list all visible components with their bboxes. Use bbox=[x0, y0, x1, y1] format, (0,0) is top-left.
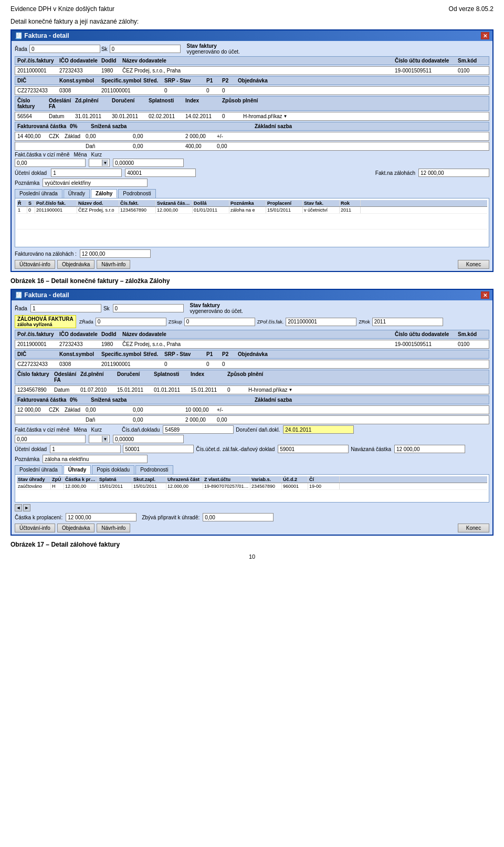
cis-dan-input[interactable] bbox=[163, 425, 234, 434]
mena-label-1: Měna bbox=[74, 152, 87, 158]
stav-value-2: vygenerováno do účet. bbox=[190, 308, 243, 314]
tab-content-zalohy-1: Ř S Poř.číslo fak. Název dod. Čís.fakt. … bbox=[15, 198, 489, 247]
th-castka-propl: Částka k propl. bbox=[64, 476, 98, 483]
ucetni-val-1[interactable] bbox=[125, 169, 196, 177]
ucetni-val-2[interactable] bbox=[123, 445, 194, 453]
td-s: 0 bbox=[27, 207, 35, 213]
ucetni-no-2[interactable] bbox=[50, 445, 121, 453]
tab-content-uhrady-2: Stav úhrady ZpÚ Částka k propl. Splatná … bbox=[15, 474, 489, 503]
cizi-input-1[interactable] bbox=[15, 159, 86, 167]
val-czk-2: CZK bbox=[49, 407, 65, 413]
btn-navrh-2[interactable]: Návrh-info bbox=[97, 524, 130, 532]
col-dic-2: DIČ bbox=[17, 351, 59, 357]
val-p1-2: 0 bbox=[206, 361, 222, 367]
combo-arrow-2[interactable]: ▼ bbox=[102, 436, 108, 442]
kurz-input-1[interactable] bbox=[113, 159, 184, 167]
td-nazevdod: ČEZ Prodej, s.r.o bbox=[77, 207, 119, 213]
btn-konec-2[interactable]: Konec bbox=[458, 524, 489, 532]
btn-objednavka-1[interactable]: Objednávka bbox=[57, 260, 94, 269]
tab-uhrady-2[interactable]: Úhrady bbox=[64, 465, 91, 474]
rada-input-2[interactable] bbox=[30, 304, 101, 312]
col-cislo-uctu-2: Číslo účtu dodavatele bbox=[395, 331, 458, 337]
ucetni-label-2: Účetní doklad bbox=[15, 446, 47, 452]
val-p2-1: 0 bbox=[222, 88, 238, 93]
zskup-input[interactable] bbox=[184, 318, 255, 326]
th-r: Ř bbox=[17, 200, 27, 206]
val-dodid-2: 1980 bbox=[101, 341, 122, 347]
scroll-left[interactable]: ◄ bbox=[15, 504, 22, 511]
cizi-label-1: Fakt.částka v cizí měně bbox=[15, 152, 69, 158]
col-nazev-2: Název dodavatele bbox=[122, 331, 395, 337]
mena-combo-2[interactable]: ▼ bbox=[89, 435, 110, 443]
td-variabs: 234567890 bbox=[250, 483, 282, 489]
cizi-input-2[interactable] bbox=[15, 435, 86, 443]
col-doruc: Doručení bbox=[112, 98, 149, 109]
tab-zalohy-1[interactable]: Zálohy bbox=[91, 189, 117, 198]
tab-uhrady-1[interactable]: Úhrady bbox=[64, 189, 90, 198]
ucetni-no-1[interactable] bbox=[51, 169, 122, 177]
td-skutzapl: 15/01/2011 bbox=[132, 483, 166, 489]
val-dan-lbl-2: Daň bbox=[86, 417, 112, 423]
col-splat-2: Splatnosti bbox=[154, 371, 191, 383]
faktzal-val-1[interactable] bbox=[418, 169, 489, 177]
val-dan-lbl: Daň bbox=[86, 143, 112, 149]
tab-podrobnosti-2[interactable]: Podrobnosti bbox=[135, 465, 173, 474]
val-spdate-1: 14.02.2011 bbox=[185, 113, 222, 119]
doruceni-dan-label: Doručení daň.dokl. bbox=[236, 427, 280, 433]
col-p2-2: P2 bbox=[222, 351, 238, 357]
tab-posl-uhrada-1[interactable]: Poslední úhrada bbox=[15, 189, 62, 198]
rada-input-1[interactable] bbox=[29, 45, 100, 53]
btn-uctovani-2[interactable]: Účtování-info bbox=[15, 524, 55, 532]
col-dic: DIČ bbox=[17, 78, 59, 83]
window-icon-1: 🧾 bbox=[15, 32, 24, 39]
zrok-input[interactable] bbox=[372, 318, 443, 326]
zpor-input[interactable] bbox=[286, 318, 356, 326]
val-por-1: 2011000001 bbox=[17, 68, 59, 74]
cizi-label-2: Fakt.částka v cizí měně bbox=[15, 427, 69, 433]
sk-input-2[interactable] bbox=[113, 304, 184, 312]
zrada-input[interactable] bbox=[96, 318, 166, 326]
zbyva-label-2: Zbývá připravit k úhradě: bbox=[142, 515, 200, 520]
th-rok: Rok bbox=[340, 200, 361, 206]
col-zakladni: Základní sazba bbox=[255, 123, 376, 129]
col-spec-2: Specific.symbol bbox=[101, 351, 143, 357]
col-zakladni-2: Základní sazba bbox=[255, 397, 376, 403]
faktur-val-1[interactable] bbox=[80, 249, 151, 258]
pozn-input-1[interactable] bbox=[43, 179, 148, 187]
window-close-1[interactable]: ✕ bbox=[481, 32, 489, 39]
castka-val-2[interactable] bbox=[66, 513, 136, 521]
tab-posl-uhrada-2[interactable]: Poslední úhrada bbox=[15, 465, 62, 474]
btn-uctovani-1[interactable]: Účtování-info bbox=[15, 260, 55, 269]
val-konst-2: 0308 bbox=[59, 361, 101, 367]
btn-objednavka-2[interactable]: Objednávka bbox=[57, 524, 94, 532]
td-zvlast-uctu: 19-8907070257/0100 bbox=[203, 483, 250, 489]
col-obj-2: Objednávka bbox=[238, 351, 487, 357]
tab-popis-2[interactable]: Popis dokladu bbox=[92, 465, 134, 474]
col-sm-kod: Sm.kód bbox=[458, 58, 487, 64]
tab-podrobnosti-1[interactable]: Podrobnosti bbox=[118, 189, 155, 198]
val-dan-zak-2: 2 000,00 bbox=[185, 417, 217, 423]
pozn-input-2[interactable] bbox=[43, 455, 148, 463]
val-p2-2: 0 bbox=[222, 361, 238, 367]
navazana-input[interactable] bbox=[394, 445, 465, 453]
val-zdpln-1: 31.01.2011 bbox=[75, 113, 112, 119]
subtitle-text: Detail konečné faktury a její navázané z… bbox=[10, 18, 139, 25]
btn-navrh-1[interactable]: Návrh-info bbox=[97, 260, 130, 269]
val-sniz-1: 0,00 bbox=[133, 133, 159, 139]
col-odesl-2: Odeslání FA bbox=[54, 371, 80, 383]
doruceni-dan-input[interactable] bbox=[283, 425, 354, 434]
window-close-2[interactable]: ✕ bbox=[481, 291, 489, 299]
col-doruc-2: Doručení bbox=[117, 371, 154, 383]
kurz-input-2[interactable] bbox=[113, 435, 184, 443]
btn-konec-1[interactable]: Konec bbox=[458, 260, 489, 269]
cis-ucet-input[interactable] bbox=[278, 445, 349, 453]
val-obj-1 bbox=[238, 88, 487, 93]
mena-combo-1[interactable]: ▼ bbox=[89, 159, 110, 167]
td-r: 1 bbox=[17, 207, 27, 213]
th-pozn: Poznámka bbox=[229, 200, 266, 206]
combo-arrow-1[interactable]: ▼ bbox=[102, 160, 108, 166]
sk-input-1[interactable] bbox=[110, 45, 181, 53]
val-datum-1: Datum bbox=[49, 113, 75, 119]
zbyva-val-2[interactable] bbox=[203, 513, 274, 521]
scroll-right[interactable]: ► bbox=[23, 504, 30, 511]
